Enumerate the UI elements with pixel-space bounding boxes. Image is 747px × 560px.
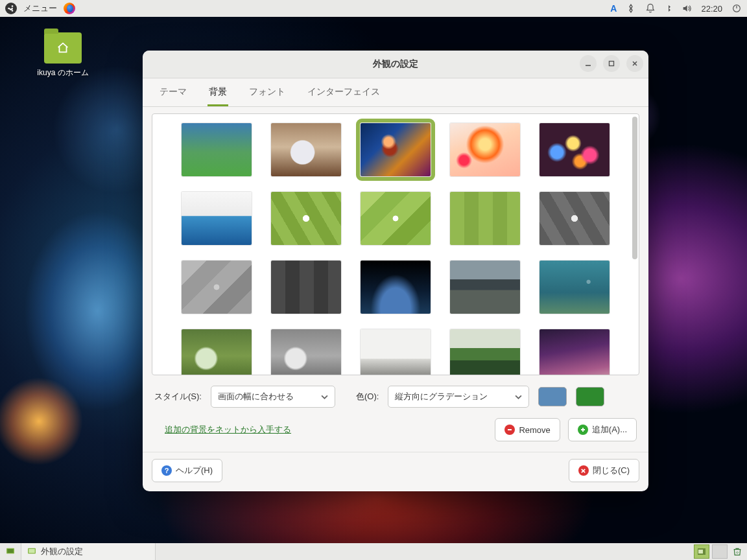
minus-icon <box>504 425 515 435</box>
primary-color-swatch[interactable] <box>538 387 567 406</box>
close-label: 閉じる(C) <box>593 465 630 476</box>
wallpaper-thumb[interactable] <box>450 192 520 245</box>
power-icon[interactable] <box>731 3 742 14</box>
desktop-icon <box>5 546 16 557</box>
top-panel: メニュー A 22:20 <box>0 0 747 17</box>
wallpaper-thumb[interactable] <box>271 123 341 176</box>
settings-app-icon <box>27 546 37 557</box>
svg-rect-8 <box>29 549 34 553</box>
minimize-button[interactable] <box>580 55 597 72</box>
chevron-down-icon <box>515 393 522 401</box>
wallpaper-thumb[interactable] <box>450 261 520 314</box>
home-folder-desktop-icon[interactable]: ikuya のホーム <box>27 32 99 78</box>
home-folder-label: ikuya のホーム <box>27 67 99 78</box>
wallpaper-thumb[interactable] <box>182 123 252 176</box>
help-button[interactable]: ? ヘルプ(H) <box>152 459 222 482</box>
appearance-settings-window: 外観の設定 テーマ 背景 フォント インターフェイス <box>143 51 648 491</box>
trash-icon[interactable] <box>730 544 744 559</box>
bottom-panel: 外観の設定 <box>0 543 747 560</box>
background-actions: 追加の背景をネットから入手する Remove 追加(A)... <box>143 410 648 452</box>
color-mode-combobox[interactable]: 縦方向にグラデーション <box>388 386 529 408</box>
wallpaper-thumb[interactable] <box>271 261 341 314</box>
workspace-1-button[interactable] <box>694 544 709 559</box>
tab-background[interactable]: 背景 <box>208 86 228 106</box>
style-value: 画面の幅に合わせる <box>218 391 294 402</box>
window-title: 外観の設定 <box>373 58 418 70</box>
wallpaper-gallery <box>152 113 639 375</box>
close-dialog-button[interactable]: 閉じる(C) <box>569 459 639 482</box>
taskbar-item-label: 外観の設定 <box>41 546 83 557</box>
wallpaper-thumb[interactable] <box>540 123 610 176</box>
system-tray <box>694 544 747 559</box>
window-footer: ? ヘルプ(H) 閉じる(C) <box>143 452 648 491</box>
tab-interface[interactable]: インターフェイス <box>306 86 381 106</box>
wallpaper-thumb[interactable] <box>450 123 520 176</box>
svg-point-1 <box>12 5 14 7</box>
remove-label: Remove <box>519 425 550 435</box>
help-label: ヘルプ(H) <box>176 465 213 476</box>
gallery-scrollbar[interactable] <box>632 117 637 259</box>
bluetooth-icon[interactable] <box>665 3 672 14</box>
wallpaper-thumb[interactable] <box>361 261 431 314</box>
titlebar[interactable]: 外観の設定 <box>143 51 648 78</box>
svg-rect-10 <box>698 550 703 554</box>
close-icon <box>578 465 589 476</box>
plus-icon <box>578 425 588 435</box>
add-label: 追加(A)... <box>592 424 627 436</box>
svg-rect-6 <box>7 549 13 553</box>
color-mode-value: 縦方向にグラデーション <box>395 391 488 402</box>
start-menu-icon[interactable] <box>5 3 17 14</box>
wallpaper-thumb[interactable] <box>271 329 341 375</box>
desktop: メニュー A 22:20 ikuya のホーム 外観の設定 <box>0 0 747 560</box>
taskbar-item-appearance[interactable]: 外観の設定 <box>21 543 156 560</box>
menu-label[interactable]: メニュー <box>23 3 57 14</box>
tab-theme[interactable]: テーマ <box>158 86 188 106</box>
close-button[interactable] <box>626 55 643 72</box>
add-button[interactable]: 追加(A)... <box>568 418 637 441</box>
remove-button[interactable]: Remove <box>495 418 560 441</box>
wallpaper-thumb[interactable] <box>182 261 252 314</box>
wallpaper-thumb[interactable] <box>450 329 520 375</box>
clock[interactable]: 22:20 <box>701 4 722 14</box>
background-controls: スタイル(S): 画面の幅に合わせる 色(O): 縦方向にグラデーション <box>143 379 648 410</box>
help-icon: ? <box>161 465 172 476</box>
color-label: 色(O): <box>356 391 379 402</box>
volume-icon[interactable] <box>682 3 692 14</box>
settings-tabs: テーマ 背景 フォント インターフェイス <box>143 78 648 107</box>
style-combobox[interactable]: 画面の幅に合わせる <box>211 386 335 408</box>
wallpaper-thumb[interactable] <box>182 329 252 375</box>
tab-font[interactable]: フォント <box>248 86 287 106</box>
svg-rect-4 <box>610 62 614 66</box>
wallpaper-thumb[interactable] <box>361 329 431 375</box>
notifications-icon[interactable] <box>645 3 656 14</box>
wallpaper-thumb[interactable] <box>540 329 610 375</box>
style-label: スタイル(S): <box>154 391 202 402</box>
wallpaper-thumb[interactable] <box>540 192 610 245</box>
get-more-online-link[interactable]: 追加の背景をネットから入手する <box>165 424 291 436</box>
input-method-indicator[interactable]: A <box>610 3 617 14</box>
workspace-2-button[interactable] <box>712 544 728 559</box>
network-icon[interactable] <box>626 3 636 14</box>
maximize-button[interactable] <box>603 55 620 72</box>
chevron-down-icon <box>321 393 328 401</box>
secondary-color-swatch[interactable] <box>576 387 604 406</box>
wallpaper-thumb[interactable] <box>540 261 610 314</box>
show-desktop-button[interactable] <box>0 543 21 560</box>
wallpaper-thumb[interactable] <box>361 192 431 245</box>
folder-icon <box>44 32 82 64</box>
wallpaper-thumb-selected[interactable] <box>361 123 431 176</box>
wallpaper-thumb[interactable] <box>271 192 341 245</box>
wallpaper-thumb[interactable] <box>182 192 252 245</box>
firefox-icon[interactable] <box>64 3 75 14</box>
